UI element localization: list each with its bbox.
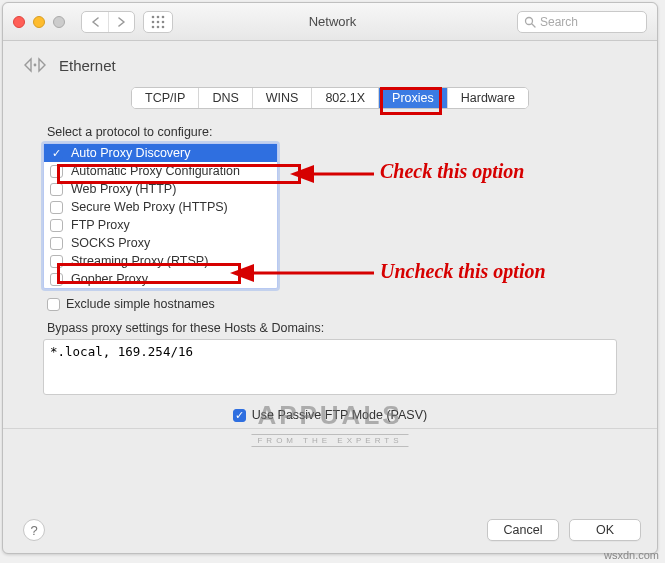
- protocol-label: Gopher Proxy: [71, 272, 148, 286]
- tab-dns[interactable]: DNS: [199, 88, 252, 108]
- checkbox-icon[interactable]: [50, 273, 63, 286]
- svg-point-5: [162, 20, 165, 23]
- svg-point-7: [157, 25, 160, 28]
- checkbox-icon[interactable]: ✓: [233, 409, 246, 422]
- tab-tcpip[interactable]: TCP/IP: [132, 88, 199, 108]
- exclude-label: Exclude simple hostnames: [66, 297, 215, 311]
- protocol-label: SOCKS Proxy: [71, 236, 150, 250]
- pasv-row[interactable]: ✓ Use Passive FTP Mode (PASV): [43, 408, 617, 422]
- image-credit: wsxdn.com: [604, 549, 659, 561]
- checkbox-icon[interactable]: [50, 165, 63, 178]
- protocol-label: Streaming Proxy (RTSP): [71, 254, 208, 268]
- minimize-icon[interactable]: [33, 16, 45, 28]
- svg-point-1: [157, 15, 160, 18]
- cancel-button[interactable]: Cancel: [487, 519, 559, 541]
- help-button[interactable]: ?: [23, 519, 45, 541]
- protocol-auto-discovery[interactable]: ✓ Auto Proxy Discovery: [44, 144, 277, 162]
- protocol-rtsp[interactable]: Streaming Proxy (RTSP): [44, 252, 277, 270]
- close-icon[interactable]: [13, 16, 25, 28]
- ok-button[interactable]: OK: [569, 519, 641, 541]
- proxies-panel: Select a protocol to configure: ✓ Auto P…: [3, 119, 657, 509]
- protocol-label: Auto Proxy Discovery: [71, 146, 190, 160]
- search-field[interactable]: Search: [517, 11, 647, 33]
- protocol-list[interactable]: ✓ Auto Proxy Discovery Automatic Proxy C…: [43, 143, 278, 289]
- svg-point-2: [162, 15, 165, 18]
- forward-button[interactable]: [108, 12, 134, 32]
- titlebar: Network Search: [3, 3, 657, 41]
- svg-point-11: [34, 64, 37, 67]
- checkbox-icon[interactable]: ✓: [50, 147, 63, 160]
- show-all-button[interactable]: [143, 11, 173, 33]
- zoom-icon: [53, 16, 65, 28]
- interface-header: Ethernet: [3, 41, 657, 87]
- svg-point-4: [157, 20, 160, 23]
- tab-hardware[interactable]: Hardware: [448, 88, 528, 108]
- interface-name: Ethernet: [59, 57, 116, 74]
- protocol-http[interactable]: Web Proxy (HTTP): [44, 180, 277, 198]
- window-title: Network: [309, 14, 357, 29]
- protocol-https[interactable]: Secure Web Proxy (HTTPS): [44, 198, 277, 216]
- protocol-ftp[interactable]: FTP Proxy: [44, 216, 277, 234]
- search-icon: [524, 16, 536, 28]
- svg-point-3: [152, 20, 155, 23]
- checkbox-icon[interactable]: [47, 298, 60, 311]
- separator: [3, 428, 657, 429]
- protocol-label: Secure Web Proxy (HTTPS): [71, 200, 228, 214]
- checkbox-icon[interactable]: [50, 201, 63, 214]
- protocol-auto-config[interactable]: Automatic Proxy Configuration: [44, 162, 277, 180]
- bypass-label: Bypass proxy settings for these Hosts & …: [47, 321, 617, 335]
- tab-wins[interactable]: WINS: [253, 88, 313, 108]
- footer: ? Cancel OK: [3, 509, 657, 553]
- ethernet-icon: [21, 51, 49, 79]
- tabs-row: TCP/IP DNS WINS 802.1X Proxies Hardware: [3, 87, 657, 119]
- protocol-label: FTP Proxy: [71, 218, 130, 232]
- bypass-textarea[interactable]: [43, 339, 617, 395]
- svg-point-8: [162, 25, 165, 28]
- svg-point-0: [152, 15, 155, 18]
- nav-buttons: [81, 11, 135, 33]
- tabs: TCP/IP DNS WINS 802.1X Proxies Hardware: [131, 87, 529, 109]
- back-button[interactable]: [82, 12, 108, 32]
- checkbox-icon[interactable]: [50, 183, 63, 196]
- preferences-window: Network Search Ethernet TCP/IP DNS WINS …: [2, 2, 658, 554]
- tab-8021x[interactable]: 802.1X: [312, 88, 379, 108]
- checkbox-icon[interactable]: [50, 237, 63, 250]
- svg-line-10: [532, 24, 535, 27]
- pasv-label: Use Passive FTP Mode (PASV): [252, 408, 427, 422]
- svg-point-6: [152, 25, 155, 28]
- protocol-label: Automatic Proxy Configuration: [71, 164, 240, 178]
- protocol-label: Web Proxy (HTTP): [71, 182, 176, 196]
- svg-point-9: [526, 17, 533, 24]
- search-placeholder: Search: [540, 15, 578, 29]
- checkbox-icon[interactable]: [50, 219, 63, 232]
- protocol-section-label: Select a protocol to configure:: [47, 125, 617, 139]
- checkbox-icon[interactable]: [50, 255, 63, 268]
- protocol-gopher[interactable]: Gopher Proxy: [44, 270, 277, 288]
- traffic-lights: [13, 16, 65, 28]
- protocol-socks[interactable]: SOCKS Proxy: [44, 234, 277, 252]
- exclude-hostnames-row[interactable]: Exclude simple hostnames: [47, 297, 617, 311]
- tab-proxies[interactable]: Proxies: [379, 88, 448, 108]
